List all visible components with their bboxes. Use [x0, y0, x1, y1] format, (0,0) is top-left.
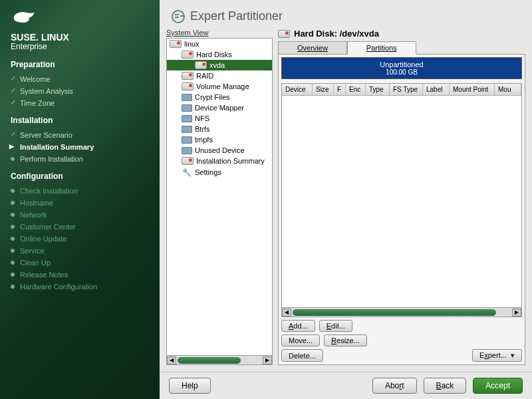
tree-raid[interactable]: RAID — [167, 70, 272, 81]
tree-hscroll[interactable]: ◀ ▶ — [166, 356, 273, 365]
table-header: Device Size F Enc Type FS Type Label Mou… — [282, 84, 521, 96]
raid-icon — [182, 72, 194, 80]
move-button[interactable]: Move... — [281, 334, 320, 346]
abort-button[interactable]: Abort — [372, 378, 417, 394]
scroll-right-icon[interactable]: ▶ — [263, 356, 272, 364]
nav-release-notes[interactable]: Release Notes — [11, 269, 149, 281]
bottom-bar: Help Abort Back Accept — [160, 372, 532, 399]
tab-partitions[interactable]: Partitions — [347, 41, 416, 55]
volume-icon — [182, 82, 194, 90]
partition-bar[interactable]: Unpartitioned 100.00 GB — [281, 57, 522, 79]
brand-edition: Enterprise — [11, 43, 149, 52]
table-hscroll[interactable]: ◀ ▶ — [281, 308, 522, 317]
nav-server-scenario[interactable]: Server Scenario — [11, 129, 149, 141]
scroll-left-icon[interactable]: ◀ — [167, 356, 176, 364]
brand-text: SUSE. LINUX Enterprise — [11, 32, 149, 52]
disk-panel: Hard Disk: /dev/xvda Overview Partitions… — [278, 29, 525, 365]
delete-button[interactable]: Delete... — [281, 349, 323, 362]
tree-btrfs[interactable]: Btrfs — [167, 124, 272, 134]
tree-inst-summary[interactable]: Installation Summary — [167, 156, 272, 166]
tmpfs-icon — [182, 136, 192, 144]
nav-customer-center[interactable]: Customer Center — [11, 221, 149, 233]
nav-welcome[interactable]: Welcome — [11, 73, 149, 85]
partitioner-icon — [172, 10, 185, 23]
partition-table: Device Size F Enc Type FS Type Label Mou… — [281, 83, 522, 308]
main-panel: Expert Partitioner System View linux Har… — [160, 0, 532, 399]
nav-check-installation[interactable]: Check Installation — [11, 185, 149, 197]
nav-system-analysis[interactable]: System Analysis — [11, 85, 149, 97]
help-button[interactable]: Help — [169, 378, 211, 394]
brand-logo — [11, 8, 149, 25]
scroll-right-icon[interactable]: ▶ — [512, 309, 521, 317]
title-bar: Expert Partitioner — [160, 0, 532, 29]
col-fstype[interactable]: FS Type — [390, 84, 423, 95]
scroll-left-icon[interactable]: ◀ — [282, 309, 291, 317]
tree-root[interactable]: linux — [167, 39, 272, 49]
col-device[interactable]: Device — [282, 84, 313, 95]
system-view-label: System View — [166, 29, 273, 37]
crypt-icon — [182, 94, 192, 101]
col-mou[interactable]: Mou — [495, 84, 521, 95]
nav-clean-up[interactable]: Clean Up — [11, 257, 149, 269]
tree-crypt[interactable]: Crypt Files — [167, 92, 272, 102]
expert-button[interactable]: Expert... ▾ — [472, 349, 522, 362]
table-body — [282, 96, 521, 307]
disk-icon — [182, 51, 194, 59]
edit-button[interactable]: Edit... — [319, 320, 352, 332]
disk-icon — [195, 61, 207, 69]
col-size[interactable]: Size — [313, 84, 334, 95]
col-mount[interactable]: Mount Point — [450, 84, 495, 95]
sidebar: SUSE. LINUX Enterprise Preparation Welco… — [0, 0, 160, 399]
back-button[interactable]: Back — [424, 378, 467, 394]
nav-header-installation: Installation — [11, 116, 149, 125]
nav-time-zone[interactable]: Time Zone — [11, 97, 149, 109]
tree-nfs[interactable]: NFS — [167, 113, 272, 124]
computer-icon — [170, 40, 182, 48]
col-f[interactable]: F — [334, 84, 346, 95]
disk-icon — [278, 30, 290, 38]
tree-settings[interactable]: 🔧Settings — [167, 166, 272, 178]
wrench-icon: 🔧 — [182, 168, 192, 177]
unpart-size: 100.00 GB — [285, 68, 519, 76]
tree-view[interactable]: linux Hard Disks xvda RAID Volume Manage… — [166, 38, 273, 356]
disk-header: Hard Disk: /dev/xvda — [278, 29, 525, 39]
mapper-icon — [182, 104, 192, 112]
nav-service[interactable]: Service — [11, 245, 149, 257]
scroll-thumb[interactable] — [293, 309, 496, 316]
system-view-panel: System View linux Hard Disks xvda RAID V… — [166, 29, 273, 365]
tree-devmapper[interactable]: Device Mapper — [167, 102, 272, 113]
resize-button[interactable]: Resize... — [324, 334, 367, 346]
tree-hard-disks[interactable]: Hard Disks — [167, 49, 272, 60]
scroll-thumb[interactable] — [178, 357, 241, 364]
nav-hardware-configuration[interactable]: Hardware Configuration — [11, 281, 149, 293]
nav-perform-installation[interactable]: Perform Installation — [11, 153, 149, 165]
btrfs-icon — [182, 126, 192, 133]
unpart-label: Unpartitioned — [380, 61, 423, 68]
nav-header-preparation: Preparation — [11, 60, 149, 69]
nav-network[interactable]: Network — [11, 209, 149, 221]
nav-installation-summary[interactable]: Installation Summary — [11, 141, 149, 153]
tree-volume[interactable]: Volume Manage — [167, 81, 272, 92]
nav-header-configuration: Configuration — [11, 172, 149, 181]
nfs-icon — [182, 115, 192, 122]
col-enc[interactable]: Enc — [346, 84, 366, 95]
disk-title: Hard Disk: /dev/xvda — [294, 29, 379, 39]
page-title: Expert Partitioner — [190, 9, 283, 23]
col-label[interactable]: Label — [423, 84, 450, 95]
tree-unused[interactable]: Unused Device — [167, 145, 272, 156]
col-type[interactable]: Type — [366, 84, 390, 95]
unused-icon — [182, 147, 192, 154]
partitions-panel: Unpartitioned 100.00 GB Device Size F En… — [278, 54, 525, 365]
nav-online-update[interactable]: Online Update — [11, 233, 149, 245]
add-button[interactable]: Add... — [281, 320, 315, 332]
chameleon-icon — [11, 8, 39, 25]
tree-xvda[interactable]: xvda — [167, 60, 272, 70]
tab-overview[interactable]: Overview — [278, 41, 347, 55]
brand-name: SUSE. LINUX — [11, 32, 69, 43]
tree-tmpfs[interactable]: tmpfs — [167, 134, 272, 145]
summary-icon — [182, 157, 194, 165]
tabs: Overview Partitions — [278, 41, 525, 55]
accept-button[interactable]: Accept — [473, 378, 523, 394]
nav-hostname[interactable]: Hostname — [11, 197, 149, 209]
